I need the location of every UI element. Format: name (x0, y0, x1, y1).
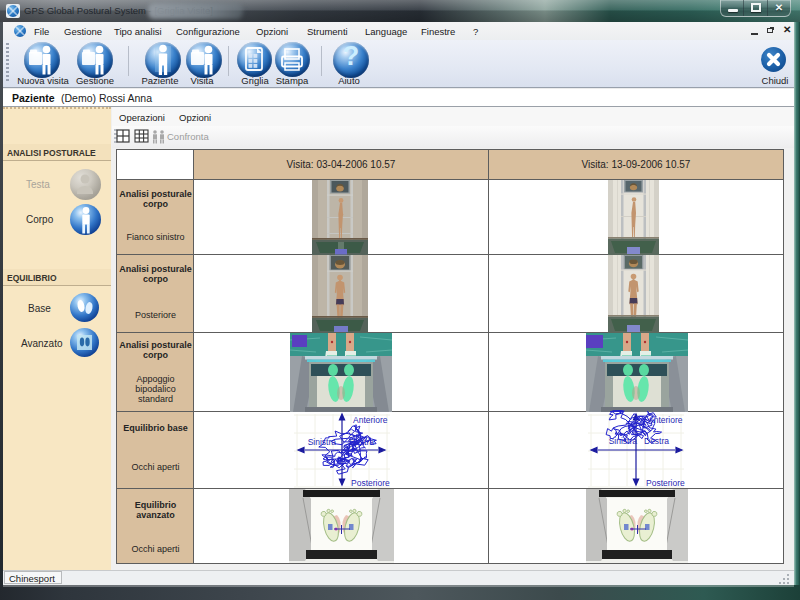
svg-text:Posteriore: Posteriore (646, 478, 685, 488)
svg-text:Posteriore: Posteriore (351, 478, 390, 488)
svg-text:Anteriore: Anteriore (353, 415, 388, 425)
